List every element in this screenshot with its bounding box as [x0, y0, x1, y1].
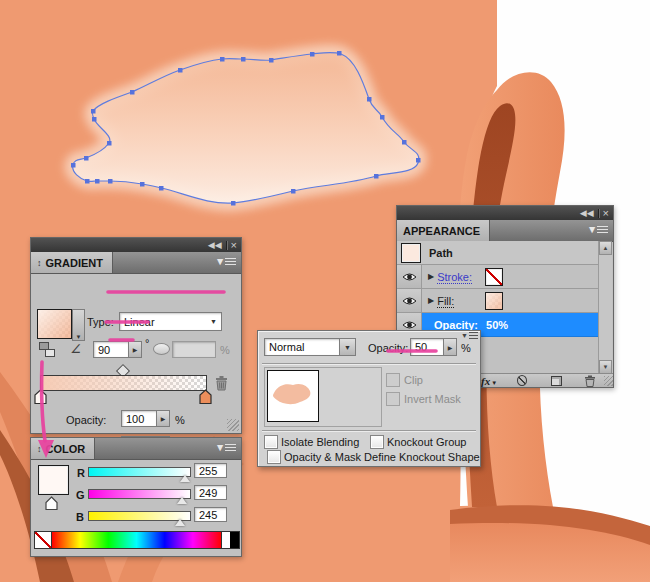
popup-opacity-value: 50 [415, 341, 427, 353]
color-panel-content: R 255 G 249 B 245 [31, 459, 241, 556]
stroke-none-swatch[interactable] [485, 268, 503, 286]
reverse-gradient-icon[interactable] [39, 342, 56, 356]
fx-menu-caret: ▼ [491, 380, 497, 386]
percent-symbol: % [175, 414, 185, 426]
r-value-field[interactable]: 255 [194, 463, 227, 478]
stop-opacity-value: 100 [126, 413, 144, 425]
close-panel-button[interactable]: × [603, 207, 609, 219]
spectrum-ramp[interactable] [52, 532, 221, 548]
isolate-blending-checkbox[interactable] [264, 435, 278, 449]
tab-appearance[interactable]: APPEARANCE [397, 220, 490, 241]
r-slider-track[interactable] [88, 467, 191, 477]
panel-resize-grip[interactable] [227, 419, 239, 431]
none-color-swatch[interactable] [35, 532, 52, 548]
blend-mode-value: Normal [269, 341, 304, 353]
panel-adjust-icon: ↕ [37, 258, 42, 268]
collapse-panel-button[interactable]: ◀◀ [208, 240, 222, 250]
blend-mode-select[interactable]: Normal [264, 338, 340, 356]
object-thumbnail[interactable] [267, 370, 319, 422]
gradient-stop-left[interactable] [34, 389, 47, 405]
disclosure-triangle-icon[interactable]: ▶ [428, 296, 434, 305]
scroll-down-button[interactable]: ▼ [599, 360, 612, 374]
color-tab-label: COLOR [46, 443, 86, 455]
collapse-panel-button[interactable]: ◀◀ [580, 208, 594, 218]
panel-resize-grip[interactable] [604, 376, 613, 386]
popup-opacity-stepper[interactable]: ▶ [444, 338, 457, 356]
gradient-slider-bar[interactable] [40, 375, 207, 391]
gradient-type-select[interactable]: Linear ▼ [119, 312, 222, 331]
gradient-fill-swatch[interactable] [37, 309, 72, 339]
gradient-swatch-dropdown[interactable]: ▼ [72, 309, 85, 341]
gradient-angle-value: 90 [98, 344, 110, 356]
tab-color[interactable]: ↕ COLOR [31, 438, 95, 459]
scroll-up-button[interactable]: ▲ [599, 241, 612, 255]
gradient-stop-right[interactable] [199, 389, 212, 405]
appearance-row-fill[interactable]: ▶ Fill: [397, 289, 599, 313]
knockout-group-checkbox[interactable] [370, 435, 384, 449]
appearance-tabrow: APPEARANCE ▶ [397, 220, 613, 242]
popup-opacity-field[interactable]: 50 [410, 338, 444, 356]
stepper-arrow-icon: ▶ [133, 346, 138, 353]
popup-opacity-label: Opacity: [368, 342, 408, 354]
eye-icon [402, 320, 417, 330]
close-panel-button[interactable]: × [231, 239, 237, 251]
appearance-panel-menu-icon[interactable]: ▶ [589, 226, 608, 234]
black-swatch[interactable] [230, 532, 239, 548]
opacity-row-label[interactable]: Opacity: [434, 319, 478, 331]
g-slider-track[interactable] [88, 489, 191, 499]
clear-appearance-button[interactable] [517, 375, 527, 386]
r-slider-thumb[interactable] [180, 475, 190, 482]
g-value-field[interactable]: 249 [194, 485, 227, 500]
fill-gradient-swatch[interactable] [485, 292, 503, 310]
mask-thumbnail-group [264, 367, 382, 427]
popup-menu-icon[interactable]: ▼ [461, 332, 478, 339]
appearance-scrollbar[interactable]: ▲ ▼ [598, 241, 612, 374]
menu-lines [225, 258, 236, 266]
angle-stepper[interactable]: ▶ [129, 341, 142, 358]
menu-caret: ▶ [216, 445, 224, 451]
appearance-row-stroke[interactable]: ▶ Stroke: [397, 265, 599, 289]
visibility-toggle[interactable] [397, 289, 422, 312]
stop-opacity-field[interactable]: 100 [121, 410, 157, 427]
menu-caret: ▶ [216, 259, 224, 265]
blend-mode-dropdown-button[interactable]: ▼ [340, 338, 356, 356]
current-color-swatch[interactable] [38, 465, 69, 495]
okds-checkbox[interactable] [267, 450, 281, 464]
g-slider-thumb[interactable] [177, 497, 187, 504]
duplicate-item-button[interactable] [551, 376, 561, 386]
visibility-toggle[interactable] [397, 265, 422, 288]
clip-checkbox[interactable] [386, 373, 400, 387]
titlebar-divider [598, 209, 599, 218]
chevron-down-icon: ▼ [344, 344, 351, 351]
gradient-panel-menu-icon[interactable]: ▶ [217, 258, 236, 266]
b-value-field[interactable]: 245 [194, 507, 227, 522]
white-swatch[interactable] [221, 532, 230, 548]
tab-gradient[interactable]: ↕ GRADIENT [31, 252, 113, 273]
channel-label-g: G [76, 489, 85, 501]
fill-row-label[interactable]: Fill: [437, 295, 454, 307]
delete-item-trash-button[interactable] [584, 375, 596, 387]
illustrator-workspace: ◀◀ × ↕ GRADIENT ▶ ▼ Type: [0, 0, 650, 582]
delete-stop-trash-icon[interactable] [214, 375, 229, 391]
popup-separator [262, 430, 476, 431]
gradient-angle-field[interactable]: 90 [93, 341, 129, 358]
eye-icon [402, 272, 417, 282]
disclosure-triangle-icon[interactable]: ▶ [428, 272, 434, 281]
appearance-panel-titlebar: ◀◀ × [397, 206, 613, 220]
b-slider-thumb[interactable] [175, 519, 185, 526]
stroke-row-label[interactable]: Stroke: [437, 271, 472, 283]
appearance-row-path[interactable]: Path [397, 241, 599, 265]
chevron-down-icon: ▼ [76, 334, 82, 340]
color-panel-menu-icon[interactable]: ▶ [217, 444, 236, 452]
eye-icon [402, 296, 417, 306]
color-spectrum-bar[interactable] [34, 531, 240, 549]
invert-mask-checkbox[interactable] [386, 392, 400, 406]
opacity-row-value: 50% [486, 319, 508, 331]
gradient-panel-content: ▼ Type: Linear ▼ ∠ 90 ▶ ° [31, 274, 241, 433]
stop-opacity-stepper[interactable]: ▶ [157, 410, 170, 427]
chevron-down-icon[interactable]: ▼ [210, 318, 217, 325]
percent-symbol: % [220, 344, 230, 356]
add-effect-fx-button[interactable]: fx [481, 375, 490, 387]
channel-label-b: B [76, 511, 84, 523]
angle-icon: ∠ [70, 342, 84, 356]
